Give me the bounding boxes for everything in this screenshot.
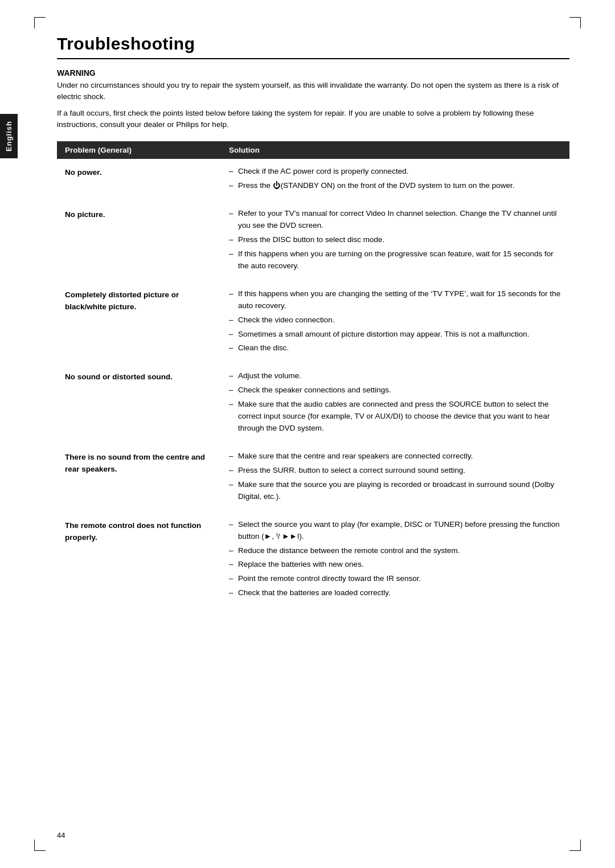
problem-cell: There is no sound from the centre and re…	[57, 444, 221, 512]
problem-cell: No picture.	[57, 201, 221, 281]
solution-item: If this happens when you are changing th…	[229, 288, 561, 312]
title-divider	[57, 58, 569, 59]
solution-cell: If this happens when you are changing th…	[221, 281, 569, 364]
solution-item: Replace the batteries with new ones.	[229, 559, 561, 571]
solution-item: Make sure that the centre and rear speak…	[229, 451, 561, 462]
solution-item: Make sure that the source you are playin…	[229, 479, 561, 503]
problem-cell: No sound or distorted sound.	[57, 363, 221, 444]
col-header-problem: Problem (General)	[57, 141, 221, 159]
solution-item: Check the speaker connections and settin…	[229, 384, 561, 396]
table-row: No power.Check if the AC power cord is p…	[57, 159, 569, 201]
page-number: 44	[57, 831, 65, 840]
problem-cell: No power.	[57, 159, 221, 201]
table-row: Completely distorted picture or black/wh…	[57, 281, 569, 364]
page-title: Troubleshooting	[57, 34, 569, 54]
corner-decoration-top-right	[569, 17, 581, 28]
solution-cell: Check if the AC power cord is properly c…	[221, 159, 569, 201]
solution-item: Check if the AC power cord is properly c…	[229, 166, 561, 178]
solution-cell: Adjust the volume.Check the speaker conn…	[221, 363, 569, 444]
solution-cell: Make sure that the centre and rear speak…	[221, 444, 569, 512]
table-row: The remote control does not function pro…	[57, 512, 569, 609]
solution-item: Make sure that the audio cables are conn…	[229, 399, 561, 435]
solution-item: Select the source you want to play (for …	[229, 519, 561, 543]
solution-item: If this happens when you are turning on …	[229, 248, 561, 272]
solution-item: Sometimes a small amount of picture dist…	[229, 329, 561, 341]
intro-text: If a fault occurs, first check the point…	[57, 108, 569, 132]
warning-title: WARNING	[57, 68, 569, 77]
solution-item: Press the ⏻(STANDBY ON) on the front of …	[229, 180, 561, 192]
troubleshoot-table: Problem (General) Solution No power.Chec…	[57, 141, 569, 608]
solution-item: Check the video connection.	[229, 314, 561, 326]
solution-item: Adjust the volume.	[229, 370, 561, 382]
solution-item: Reduce the distance between the remote c…	[229, 545, 561, 557]
solution-item: Point the remote control directly toward…	[229, 573, 561, 585]
table-row: No picture.Refer to your TV’s manual for…	[57, 201, 569, 281]
solution-item: Check that the batteries are loaded corr…	[229, 587, 561, 599]
solution-item: Press the DISC button to select disc mod…	[229, 234, 561, 246]
table-row: No sound or distorted sound.Adjust the v…	[57, 363, 569, 444]
col-header-solution: Solution	[221, 141, 569, 159]
solution-cell: Refer to your TV’s manual for correct Vi…	[221, 201, 569, 281]
solution-item: Clean the disc.	[229, 342, 561, 354]
table-row: There is no sound from the centre and re…	[57, 444, 569, 512]
warning-section: WARNING Under no circumstances should yo…	[57, 68, 569, 131]
corner-decoration-top-left	[34, 17, 46, 28]
corner-decoration-bottom-left	[34, 840, 46, 851]
problem-cell: Completely distorted picture or black/wh…	[57, 281, 221, 364]
language-tab: English	[0, 114, 18, 158]
table-header-row: Problem (General) Solution	[57, 141, 569, 159]
corner-decoration-bottom-right	[569, 840, 581, 851]
warning-text-1: Under no circumstances should you try to…	[57, 80, 569, 103]
main-content: Troubleshooting WARNING Under no circums…	[57, 34, 569, 608]
solution-item: Refer to your TV’s manual for correct Vi…	[229, 208, 561, 232]
solution-cell: Select the source you want to play (for …	[221, 512, 569, 609]
solution-item: Press the SURR. button to select a corre…	[229, 465, 561, 477]
problem-cell: The remote control does not function pro…	[57, 512, 221, 609]
